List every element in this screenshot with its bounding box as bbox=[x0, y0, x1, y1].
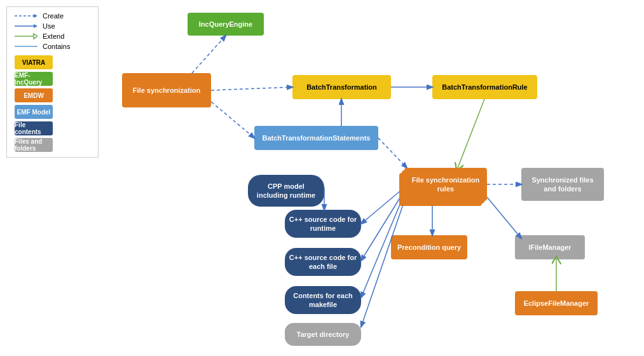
legend-extend-label: Extend bbox=[43, 32, 64, 40]
svg-line-7 bbox=[192, 36, 226, 73]
legend-extend: Extend bbox=[15, 32, 90, 40]
legend-contains-label: Contains bbox=[43, 43, 70, 50]
node-ifilemanager: IFileManager bbox=[515, 235, 585, 259]
node-precondition-query: Precondition query bbox=[391, 235, 467, 259]
node-cpp-source-runtime: C++ source code for runtime bbox=[285, 210, 361, 238]
svg-line-11 bbox=[378, 138, 407, 168]
legend-emf-model: EMF Model bbox=[15, 105, 53, 119]
legend-emf-incquery: EMF-IncQuery bbox=[15, 72, 53, 86]
node-sync-files-folders: Synchronized files and folders bbox=[521, 168, 604, 201]
node-cpp-model: CPP model including runtime bbox=[248, 175, 324, 207]
svg-marker-1 bbox=[34, 14, 38, 18]
svg-marker-3 bbox=[34, 24, 38, 28]
node-batch-transformation-rule: BatchTransformationRule bbox=[432, 75, 537, 99]
node-incqueryengine: IncQueryEngine bbox=[188, 13, 264, 36]
node-filesync-rules: File synchronization rules bbox=[404, 168, 487, 201]
legend-contains: Contains bbox=[15, 43, 90, 50]
legend-create-label: Create bbox=[43, 12, 64, 20]
svg-marker-5 bbox=[34, 34, 38, 39]
node-filesync: File synchronization bbox=[122, 73, 211, 107]
svg-line-18 bbox=[361, 188, 404, 224]
svg-line-12 bbox=[458, 99, 484, 168]
node-batch-transformation: BatchTransformation bbox=[292, 75, 391, 99]
svg-line-15 bbox=[487, 197, 521, 238]
legend-emdw: EMDW bbox=[15, 88, 53, 102]
legend-use-label: Use bbox=[43, 22, 55, 30]
legend-create: Create bbox=[15, 12, 90, 20]
legend-viatra: VIATRA bbox=[15, 55, 53, 69]
svg-line-8 bbox=[211, 87, 292, 90]
node-contents-makefile: Contents for each makefile bbox=[285, 286, 361, 314]
node-cpp-source-each-file: C++ source code for each file bbox=[285, 248, 361, 276]
legend-files-folders: Files and folders bbox=[15, 138, 53, 152]
legend-use: Use bbox=[15, 22, 90, 30]
legend-file-contents: File contents bbox=[15, 121, 53, 135]
legend: Create Use Extend Contains VIATRA EMF-In… bbox=[6, 6, 99, 158]
svg-line-21 bbox=[361, 201, 404, 327]
node-target-directory: Target directory bbox=[285, 323, 361, 346]
node-eclipse-filemanager: EclipseFileManager bbox=[515, 291, 598, 315]
node-batch-transformation-statements: BatchTransformationStatements bbox=[254, 126, 378, 150]
